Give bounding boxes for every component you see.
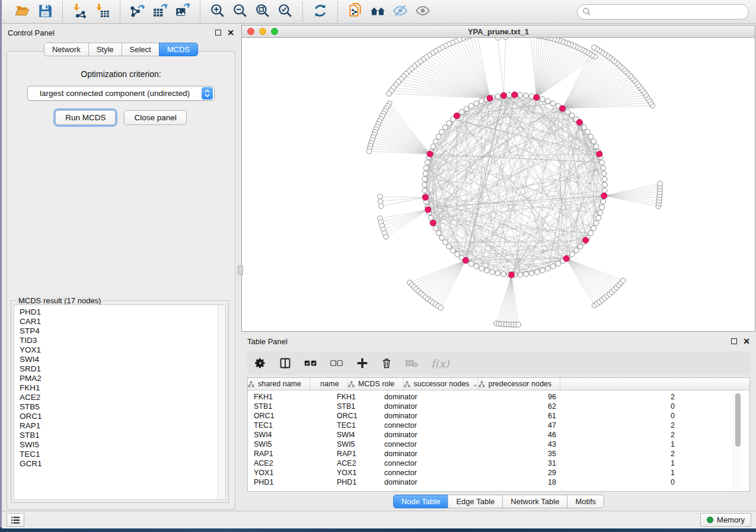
close-window-icon[interactable] [247,28,254,35]
cell-name: YOX1 [331,469,378,477]
sort-chevron-icon: ⌄ [473,381,477,387]
select-all-icon[interactable] [304,358,317,368]
cell-predecessor-nodes: 2 [561,421,680,430]
mcds-result-item[interactable]: CAR1 [20,317,220,326]
mcds-result-item[interactable]: STB5 [20,402,220,412]
float-table-panel-icon[interactable] [731,338,737,344]
run-mcds-button[interactable]: Run MCDS [55,110,116,125]
hide-details-button[interactable] [389,2,412,21]
mcds-result-item[interactable]: PMA2 [20,374,220,383]
column-header[interactable]: name ⌄ [310,378,348,390]
open-file-button[interactable] [11,2,34,21]
tab-style[interactable]: Style [88,43,122,56]
table-row[interactable]: PHD1 PHD1 dominator 18 0 [248,477,749,487]
table-row[interactable]: STB1 STB1 dominator 62 0 [248,402,749,411]
add-column-icon[interactable] [356,357,368,369]
table-row[interactable]: ORC1 ORC1 dominator 61 0 [248,411,749,421]
close-panel-button[interactable]: Close panel [124,110,186,125]
delete-column-icon[interactable] [381,357,392,369]
tab-network[interactable]: Network [44,43,89,56]
tab-mcds[interactable]: MCDS [159,43,198,56]
function-builder-icon[interactable]: f(x) [431,357,449,370]
network-window-titlebar[interactable]: YPA_prune.txt_1 [242,25,755,38]
close-panel-icon[interactable]: ✕ [227,30,234,36]
task-history-button[interactable] [7,513,24,527]
column-header[interactable]: shared name ⌄ [248,378,310,390]
tab-edge-table[interactable]: Edge Table [448,495,503,508]
maximize-window-icon[interactable] [271,28,278,35]
table-row[interactable]: ACE2 ACE2 connector 31 1 [248,459,749,468]
network-graph[interactable] [242,38,755,331]
export-network-button[interactable] [126,2,149,21]
show-columns-icon[interactable] [279,357,291,369]
table-row[interactable]: SWI5 SWI5 connector 43 1 [248,440,749,449]
column-header[interactable]: MCDS role ⌄ [348,378,404,390]
mcds-result-item[interactable]: STP4 [20,326,220,336]
import-network-icon [72,3,88,21]
mcds-result-item[interactable]: STB1 [20,431,220,440]
column-type-icon [248,381,254,387]
tab-node-table[interactable]: Node Table [393,495,449,508]
mcds-result-title: MCDS result (17 nodes) [16,296,103,305]
table-row[interactable]: FKH1 FKH1 dominator 96 2 [248,392,749,402]
mcds-result-item[interactable]: TID3 [20,336,220,345]
memory-button[interactable]: Memory [700,513,751,527]
open-folder-icon [15,3,30,21]
mcds-result-item[interactable]: SRD1 [20,364,220,374]
export-table-button[interactable] [149,2,171,21]
mcds-result-items: PHD1CAR1STP4TID3YOX1SWI4SRD1PMA2FKH1ACE2… [14,305,225,471]
mcds-result-item[interactable]: SWI4 [20,355,220,364]
table-row[interactable]: YOX1 YOX1 connector 29 1 [248,468,749,477]
zoom-out-button[interactable] [229,2,251,21]
float-panel-icon[interactable] [215,30,221,36]
import-network-button[interactable] [69,2,91,21]
mcds-result-groupbox: MCDS result (17 nodes) PHD1CAR1STP4TID3Y… [11,300,229,503]
table-row[interactable]: SWI4 SWI4 dominator 46 2 [248,430,749,440]
table-scrollbar-thumb[interactable] [735,393,741,447]
table-row[interactable]: TEC1 TEC1 connector 47 2 [248,421,749,430]
mcds-result-item[interactable]: PHD1 [20,307,220,317]
mcds-result-item[interactable]: ACE2 [20,393,220,402]
mcds-result-item[interactable]: ORC1 [20,412,220,421]
tab-network-table[interactable]: Network Table [502,495,567,508]
search-input[interactable] [577,4,749,20]
first-neighbors-button[interactable] [366,2,389,21]
tab-motifs[interactable]: Motifs [567,495,604,508]
node-table[interactable]: shared name ⌄ name ⌄ MCDS role ⌄ [247,377,750,492]
save-session-button[interactable] [34,2,56,21]
table-panel: Table Panel ✕ f(x) shared name [241,334,756,508]
optimization-criterion-select[interactable]: largest connected component (undirected) [27,86,215,101]
mcds-list-scrollbar[interactable] [218,305,225,499]
control-panel: Control Panel ✕ Network Style Select MCD… [2,25,240,509]
mcds-result-item[interactable]: RAP1 [20,421,220,431]
mcds-result-list[interactable]: PHD1CAR1STP4TID3YOX1SWI4SRD1PMA2FKH1ACE2… [14,305,226,500]
mcds-tab-body: Optimization criterion: largest connecte… [7,51,235,509]
mcds-result-item[interactable]: GCR1 [20,459,220,469]
column-header[interactable]: successor nodes ⌄ [404,378,479,390]
export-image-button[interactable] [171,2,194,21]
first-neighbors-icon [370,3,385,21]
splitter-grip[interactable] [238,265,243,275]
delete-table-icon[interactable] [405,358,418,368]
table-scrollbar[interactable] [733,391,741,490]
zoom-in-button[interactable] [206,2,229,21]
mcds-result-item[interactable]: TEC1 [20,450,220,459]
table-row[interactable]: RAP1 RAP1 dominator 35 2 [248,449,749,459]
refresh-button[interactable] [309,2,331,21]
show-details-button[interactable] [412,2,434,21]
mcds-result-item[interactable]: SWI5 [20,440,220,450]
mcds-result-item[interactable]: FKH1 [20,383,220,393]
minimize-window-icon[interactable] [259,28,266,35]
settings-gear-icon[interactable] [254,357,266,369]
duplicate-network-button[interactable] [344,2,366,21]
close-table-panel-icon[interactable]: ✕ [743,338,750,344]
import-table-button[interactable] [91,2,114,21]
network-canvas[interactable] [242,38,755,331]
zoom-selected-button[interactable] [274,2,296,21]
mcds-result-item[interactable]: YOX1 [20,345,220,355]
cell-mcds-role: connector [378,421,467,430]
tab-select[interactable]: Select [122,43,160,56]
column-header[interactable]: predecessor nodes ⌄ [479,378,561,390]
deselect-all-icon[interactable] [330,358,343,368]
zoom-fit-button[interactable] [251,2,274,21]
